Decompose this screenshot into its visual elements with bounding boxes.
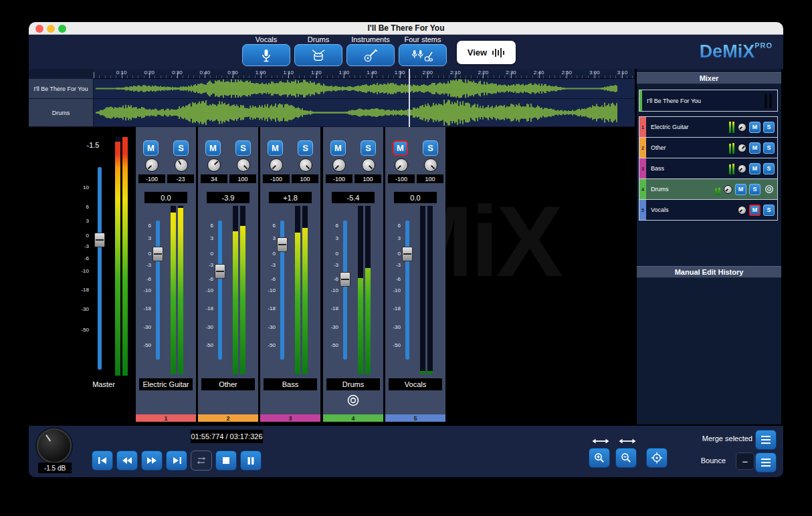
mute-button[interactable]: M [749, 142, 760, 154]
width-value[interactable]: -23 [167, 174, 194, 183]
mute-button[interactable]: M [205, 140, 221, 156]
merge-menu-button[interactable] [755, 430, 777, 450]
channel-color-strip: 3 [260, 414, 320, 422]
fader-handle[interactable] [215, 264, 225, 279]
pan-knob[interactable] [724, 185, 732, 194]
fader-track[interactable] [98, 167, 102, 370]
drums-stem-button[interactable] [294, 44, 342, 66]
fader-track[interactable] [343, 221, 347, 360]
rewind-button[interactable] [116, 450, 138, 471]
fader-track[interactable] [405, 221, 409, 360]
width-value[interactable]: 100 [354, 174, 381, 183]
time-ruler[interactable]: 0:100:200:300:400:501:001:101:201:301:40… [94, 69, 635, 79]
guitar-icon [363, 48, 379, 63]
fader-handle[interactable] [277, 237, 288, 252]
width-value[interactable]: 100 [229, 174, 256, 183]
pan-knob[interactable] [738, 144, 746, 152]
sidebar-track-drums[interactable]: 4 Drums M S [639, 179, 777, 200]
width-knob[interactable] [237, 158, 250, 172]
channel-color-strip: 4 [323, 414, 383, 422]
mute-button[interactable]: M [749, 205, 760, 216]
pan-value[interactable]: -100 [263, 174, 290, 183]
width-value[interactable]: 100 [417, 174, 443, 183]
width-value[interactable]: 100 [292, 174, 318, 183]
gain-readout[interactable]: 0.0 [394, 192, 437, 203]
solo-button[interactable]: S [361, 140, 376, 156]
sidebar-track-vocals[interactable]: 5 Vocals M S [639, 200, 777, 221]
pan-knob[interactable] [270, 158, 283, 172]
gain-readout[interactable]: 0.0 [144, 192, 187, 203]
mute-button[interactable]: M [330, 140, 346, 156]
pan-knob[interactable] [332, 158, 346, 172]
track-name-drums[interactable]: Drums [29, 99, 94, 127]
bounce-minimize-button[interactable]: − [736, 453, 754, 470]
fader-track[interactable] [218, 221, 222, 360]
width-knob[interactable] [299, 158, 312, 172]
solo-button[interactable]: S [749, 184, 760, 195]
sidebar-master-track[interactable]: I'll Be There For You [639, 90, 778, 112]
focused-track-icon[interactable] [763, 184, 775, 194]
pan-knob[interactable] [738, 123, 746, 132]
pan-knob[interactable] [395, 158, 408, 172]
pan-value[interactable]: -100 [326, 174, 352, 183]
vocals-stem-button[interactable] [242, 44, 290, 66]
mute-button[interactable]: M [749, 122, 760, 133]
gain-readout[interactable]: -3.9 [207, 192, 249, 203]
master-readout[interactable]: -1.5 [78, 139, 108, 150]
skip-to-start-button[interactable] [92, 450, 113, 471]
mute-button[interactable]: M [143, 140, 159, 156]
waveform-track-drums[interactable] [94, 99, 635, 127]
solo-button[interactable]: S [763, 205, 775, 216]
solo-button[interactable]: S [235, 140, 251, 156]
solo-button[interactable]: S [423, 140, 438, 156]
solo-button[interactable]: S [298, 140, 313, 156]
sidebar-track-electric-guitar[interactable]: 1 Electric Guitar M S [639, 117, 777, 138]
pan-knob[interactable] [145, 158, 159, 172]
pause-button[interactable] [240, 450, 262, 471]
pan-value[interactable]: 34 [201, 174, 227, 183]
focused-track-icon[interactable] [323, 394, 383, 407]
width-knob[interactable] [175, 158, 188, 172]
sidebar-track-bass[interactable]: 3 Bass M S [639, 158, 777, 179]
bounce-menu-button[interactable] [755, 453, 777, 473]
mute-button[interactable]: M [393, 140, 408, 156]
channel-number: 5 [413, 415, 417, 422]
fader-handle[interactable] [402, 247, 413, 261]
pan-value[interactable]: -100 [138, 174, 165, 183]
solo-button[interactable]: S [763, 142, 775, 154]
locate-playhead-button[interactable] [646, 448, 668, 468]
view-button[interactable]: View [457, 41, 516, 64]
width-knob[interactable] [424, 158, 437, 172]
zoom-in-button[interactable] [589, 448, 610, 468]
pan-value[interactable]: -100 [388, 174, 415, 183]
width-knob[interactable] [362, 158, 375, 172]
solo-button[interactable]: S [763, 163, 775, 174]
solo-button[interactable]: S [763, 122, 775, 133]
gain-readout[interactable]: -5.4 [332, 192, 375, 203]
zoom-out-button[interactable] [615, 448, 637, 468]
stop-button[interactable] [215, 450, 237, 471]
track-name-song[interactable]: I'll Be There For You [29, 79, 94, 99]
fader-handle[interactable] [94, 233, 105, 247]
master-volume-knob[interactable] [37, 428, 72, 463]
mute-button[interactable]: M [268, 140, 283, 156]
fast-forward-button[interactable] [141, 450, 163, 471]
gain-readout[interactable]: +1.8 [269, 192, 312, 203]
instruments-stem-button[interactable] [346, 44, 395, 66]
fader-track[interactable] [156, 221, 160, 360]
fader-handle[interactable] [340, 272, 350, 287]
skip-to-end-button[interactable] [166, 450, 187, 471]
mute-button[interactable]: M [735, 184, 746, 195]
playhead[interactable] [409, 69, 410, 127]
sidebar-track-other[interactable]: 2 Other M S [639, 138, 777, 158]
mute-button[interactable]: M [749, 163, 760, 174]
solo-button[interactable]: S [173, 140, 189, 156]
pan-knob[interactable] [738, 206, 746, 215]
fader-handle[interactable] [153, 247, 163, 261]
waveform-track-song[interactable] [94, 79, 635, 99]
pan-knob[interactable] [207, 158, 221, 172]
loop-button[interactable] [191, 450, 212, 471]
track-number: 4 [641, 187, 644, 192]
four-stems-button[interactable] [399, 44, 447, 66]
pan-knob[interactable] [738, 164, 746, 173]
